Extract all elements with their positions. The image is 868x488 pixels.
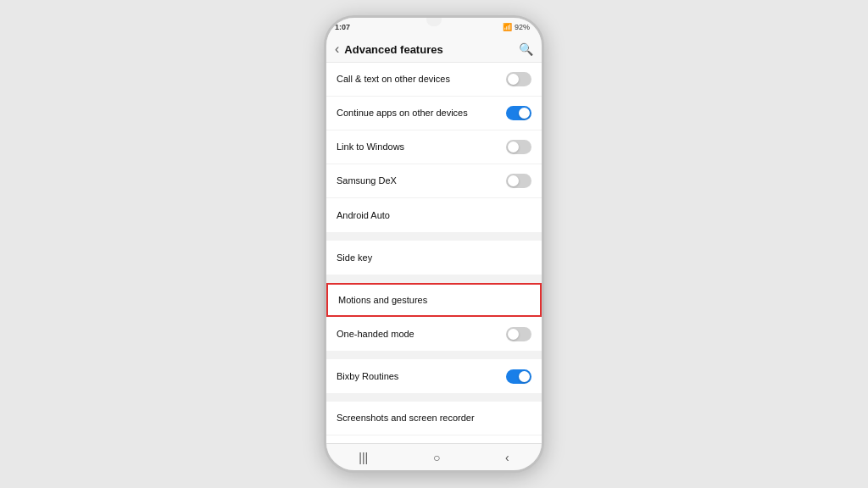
toggle-link-windows[interactable] (506, 140, 531, 154)
list-item[interactable]: Continue apps on other devices (326, 97, 542, 130)
settings-list: Call & text on other devices Continue ap… (326, 63, 542, 443)
item-label-samsung-dex: Samsung DeX (337, 175, 506, 186)
group-screenshots: Screenshots and screen recorder Show con… (326, 402, 542, 443)
page-title: Advanced features (344, 43, 519, 56)
back-button[interactable]: ‹ (335, 42, 339, 57)
group-divider-4 (326, 395, 542, 402)
search-icon[interactable]: 🔍 (519, 42, 533, 56)
toggle-samsung-dex[interactable] (506, 174, 531, 188)
toggle-continue-apps[interactable] (506, 106, 531, 120)
list-item[interactable]: Screenshots and screen recorder (326, 402, 542, 435)
list-item[interactable]: Bixby Routines (326, 359, 542, 393)
group-routines: Bixby Routines (326, 359, 542, 393)
group-divider-2 (326, 276, 542, 283)
list-item[interactable]: Android Auto (326, 198, 542, 232)
item-label-one-handed: One-handed mode (337, 328, 506, 340)
item-label-continue-apps: Continue apps on other devices (337, 107, 506, 119)
item-label-call-text: Call & text on other devices (337, 73, 506, 85)
list-item[interactable]: Link to Windows (326, 130, 542, 164)
group-devices: Call & text on other devices Continue ap… (326, 63, 542, 232)
signal-icon: 📶 (503, 23, 512, 31)
status-right: 📶 92% (503, 23, 530, 31)
group-motions: Motions and gestures One-handed mode (326, 283, 542, 351)
item-label-link-windows: Link to Windows (337, 141, 506, 152)
list-item[interactable]: Side key (326, 241, 542, 274)
phone-frame: 1:07 📶 92% ‹ Advanced features 🔍 Call & … (324, 15, 544, 473)
list-item[interactable]: One-handed mode (326, 317, 542, 351)
status-time: 1:07 (335, 23, 350, 31)
recent-apps-icon[interactable]: ||| (359, 451, 368, 464)
toggle-call-text[interactable] (506, 72, 531, 86)
back-nav-icon[interactable]: ‹ (505, 451, 509, 464)
home-icon[interactable]: ○ (433, 451, 440, 464)
group-divider (326, 234, 542, 241)
group-keys: Side key (326, 241, 542, 274)
item-label-bixby-routines: Bixby Routines (337, 370, 506, 382)
group-divider-3 (326, 352, 542, 359)
battery-level: 92% (515, 23, 530, 31)
list-item-motions[interactable]: Motions and gestures (326, 283, 542, 317)
bottom-nav: ||| ○ ‹ (326, 443, 542, 470)
item-label-screenshots: Screenshots and screen recorder (337, 412, 531, 424)
top-nav: ‹ Advanced features 🔍 (326, 36, 542, 63)
item-label-side-key: Side key (337, 252, 531, 263)
toggle-one-handed[interactable] (506, 327, 531, 341)
toggle-bixby-routines[interactable] (506, 369, 531, 384)
item-label-motions-gestures: Motions and gestures (338, 294, 530, 306)
list-item[interactable]: Show contacts when sharing content (326, 435, 542, 443)
item-label-android-auto: Android Auto (337, 209, 531, 221)
list-item[interactable]: Samsung DeX (326, 164, 542, 198)
list-item[interactable]: Call & text on other devices (326, 63, 542, 97)
